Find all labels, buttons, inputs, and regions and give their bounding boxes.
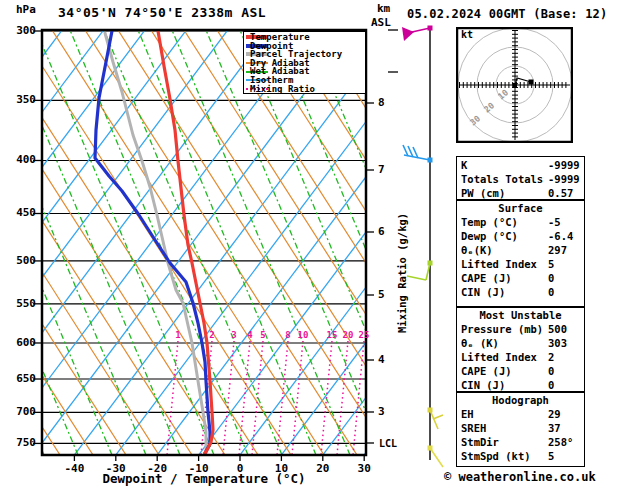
panel-row-value: 0	[548, 364, 554, 378]
copyright: © weatheronline.co.uk	[444, 470, 596, 484]
panel-row-value: 0	[548, 271, 554, 285]
mixing-ratio-label: 1	[175, 330, 180, 340]
panel-row: CIN (J)0	[460, 285, 581, 299]
temperature-tick-label: 0	[223, 462, 257, 475]
km-tick-label: 3	[378, 405, 385, 418]
mixing-ratio-label: 5	[260, 330, 265, 340]
panel-row: StmDir258°	[460, 435, 581, 449]
pressure-tick-label: 350	[6, 93, 36, 106]
panel-row-value: -9999	[548, 172, 580, 186]
panel-row: K-9999	[460, 158, 581, 172]
panel-row-value: -9999	[548, 158, 580, 172]
most-unstable-rows: Pressure (mb)500θₑ (K)303Lifted Index2CA…	[460, 322, 581, 392]
temperature-tick-label: 10	[264, 462, 298, 475]
temperature-tick-label: -10	[182, 462, 216, 475]
hodograph-rows: EH29SREH37StmDir258°StmSpd (kt)5	[460, 407, 581, 463]
km-tick-label: 6	[378, 225, 385, 238]
legend-box: TemperatureDewpointParcel TrajectoryDry …	[243, 31, 366, 94]
panel-row: θₑ(K)297	[460, 243, 581, 257]
wind-barb-tick	[403, 145, 408, 156]
hodograph-unit-label: kt	[461, 29, 473, 40]
panel-row-label: PW (cm)	[461, 186, 505, 200]
panel-row-value: 258°	[548, 435, 573, 449]
panel-row: Pressure (mb)500	[460, 322, 581, 336]
mixing-ratio-label: 25	[359, 330, 370, 340]
asl-label: ASL	[371, 16, 391, 29]
panel-row: StmSpd (kt)5	[460, 449, 581, 463]
mixing-ratio-axis-title: Mixing Ratio (g/kg)	[396, 213, 408, 333]
indices-rows: K-9999Totals Totals-9999PW (cm)0.57	[460, 158, 581, 200]
hodograph-ring-label: 10	[496, 87, 510, 101]
hodograph-box-title: Hodograph	[460, 394, 581, 407]
temperature-tick-label: -40	[57, 462, 91, 475]
panel-row-label: StmSpd (kt)	[461, 449, 531, 463]
panel-row: Lifted Index5	[460, 257, 581, 271]
panel-row-value: -5	[548, 215, 561, 229]
km-tick-label: 7	[378, 163, 385, 176]
legend-item: Mixing Ratio	[246, 85, 365, 94]
panel-row: Temp (°C)-5	[460, 215, 581, 229]
panel-row-label: CAPE (J)	[461, 364, 512, 378]
panel-row-label: SREH	[461, 421, 486, 435]
panel-row-label: Lifted Index	[461, 257, 537, 271]
panel-row-value: 5	[548, 449, 554, 463]
km-tick-label: 4	[378, 353, 385, 366]
temperature-tick-label: -20	[140, 462, 174, 475]
pressure-tick-label: 600	[6, 336, 36, 349]
lcl-label: LCL	[379, 438, 397, 449]
panel-row-label: Totals Totals	[461, 172, 543, 186]
surface-box-title: Surface	[460, 202, 581, 215]
panel-row: EH29	[460, 407, 581, 421]
panel-row-value: -6.4	[548, 229, 573, 243]
pressure-tick-label: 450	[6, 206, 36, 219]
panel-row-value: 2	[548, 350, 554, 364]
isotherm-line	[0, 30, 269, 455]
mixing-ratio-label: 3	[231, 330, 236, 340]
pressure-tick-label: 650	[6, 372, 36, 385]
panel-row: Lifted Index2	[460, 350, 581, 364]
pressure-tick-label: 550	[6, 297, 36, 310]
hodograph-ring-label: 30	[468, 113, 482, 127]
indices-box: K-9999Totals Totals-9999PW (cm)0.57	[456, 156, 585, 200]
mixing-ratio-label: 10	[298, 330, 309, 340]
panel-row: Totals Totals-9999	[460, 172, 581, 186]
panel-row: Dewp (°C)-6.4	[460, 229, 581, 243]
wind-barb	[430, 410, 438, 429]
pressure-tick-label: 500	[6, 254, 36, 267]
km-axis-unit: km	[377, 2, 390, 15]
panel-row-label: EH	[461, 407, 474, 421]
surface-box: Surface Temp (°C)-5Dewp (°C)-6.4θₑ(K)297…	[456, 200, 585, 307]
panel-row-label: Lifted Index	[461, 350, 537, 364]
temperature-trace	[158, 31, 213, 453]
dry-adiabat-line	[0, 30, 258, 455]
skewt-sounding-page: hPa 34°05'N 74°50'E 2338m ASL km ASL 05.…	[0, 0, 629, 486]
mixing-ratio-label: 15	[327, 330, 338, 340]
panel-row-value: 37	[548, 421, 561, 435]
panel-row: CAPE (J)0	[460, 364, 581, 378]
panel-row-label: Temp (°C)	[461, 215, 518, 229]
hodograph-origin-marker	[513, 83, 517, 87]
temperature-tick-label: 30	[347, 462, 381, 475]
most-unstable-box: Most Unstable Pressure (mb)500θₑ (K)303L…	[456, 307, 585, 392]
most-unstable-box-title: Most Unstable	[460, 309, 581, 322]
hodograph-ring-label: 20	[482, 100, 496, 114]
panel-row-label: θₑ(K)	[461, 243, 493, 257]
mixing-ratio-label: 4	[247, 330, 252, 340]
panel-row-label: CAPE (J)	[461, 271, 512, 285]
wind-barb-flag	[402, 27, 414, 41]
legend-label: Mixing Ratio	[250, 85, 315, 94]
panel-row-label: Pressure (mb)	[461, 322, 543, 336]
wind-barb-tick	[433, 415, 443, 419]
pressure-tick-label: 300	[6, 24, 36, 37]
km-tick-label: 5	[378, 288, 385, 301]
panel-row-label: CIN (J)	[461, 378, 505, 392]
mixing-ratio-line	[277, 341, 288, 455]
panel-row-value: 297	[548, 243, 567, 257]
panel-row: θₑ (K)303	[460, 336, 581, 350]
surface-rows: Temp (°C)-5Dewp (°C)-6.4θₑ(K)297Lifted I…	[460, 215, 581, 299]
hodograph-stats-box: Hodograph EH29SREH37StmDir258°StmSpd (kt…	[456, 392, 585, 467]
temperature-tick-label: -30	[99, 462, 133, 475]
panel-row-label: StmDir	[461, 435, 499, 449]
wind-barb	[430, 448, 443, 467]
hodograph-canvas: 102030	[456, 27, 573, 143]
